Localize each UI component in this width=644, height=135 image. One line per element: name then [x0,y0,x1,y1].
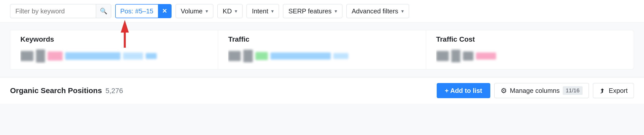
advanced-filters-label: Advanced filters [352,7,398,15]
blur-bar [476,52,496,60]
advanced-filters-dropdown[interactable]: Advanced filters ▾ [346,4,409,18]
traffic-metric-card: Traffic [218,30,426,69]
kd-dropdown[interactable]: KD ▾ [217,4,243,18]
close-icon: ✕ [162,8,167,15]
blur-bar [36,49,45,63]
blur-bar [20,51,33,61]
volume-label: Volume [181,7,203,15]
blur-bar [123,52,143,60]
gear-icon: ⚙ [501,87,507,95]
chevron-down-icon: ▾ [335,8,337,14]
traffic-visual [228,48,416,64]
search-button[interactable]: 🔍 [96,4,111,18]
export-icon: ⮭ [599,87,606,95]
manage-columns-label: Manage columns [510,87,560,95]
search-box: 🔍 [10,4,111,18]
main-container: 🔍 Pos: #5–15 ✕ Volume ▾ KD ▾ Intent ▾ SE… [0,0,644,104]
kd-label: KD [223,7,232,15]
search-input[interactable] [10,7,96,15]
active-filter-label: Pos: #5–15 [116,7,158,15]
intent-dropdown[interactable]: Intent ▾ [247,4,279,18]
blur-bar [333,53,348,59]
chevron-down-icon: ▾ [206,8,208,14]
traffic-cost-title: Traffic Cost [436,35,624,43]
manage-columns-button[interactable]: ⚙ Manage columns 11/16 [494,83,589,98]
add-to-list-button[interactable]: + Add to list [437,83,490,98]
arrow-head [121,20,129,33]
section-title: Organic Search Positions [10,86,102,95]
blur-bar [146,53,157,59]
blur-bar [451,50,460,62]
bottom-right: + Add to list ⚙ Manage columns 11/16 ⮭ E… [437,83,634,98]
active-filter-close-button[interactable]: ✕ [158,5,171,18]
volume-dropdown[interactable]: Volume ▾ [176,4,214,18]
arrow-annotation [121,20,129,48]
keywords-visual [20,48,208,64]
blur-bar [255,52,268,60]
export-label: Export [609,87,628,95]
blur-bar [228,51,241,61]
traffic-title: Traffic [228,35,416,43]
add-to-list-label: + Add to list [445,87,482,95]
traffic-cost-metric-card: Traffic Cost [426,30,634,69]
blur-bar [65,52,120,60]
filter-bar: 🔍 Pos: #5–15 ✕ Volume ▾ KD ▾ Intent ▾ SE… [0,0,644,22]
serp-features-dropdown[interactable]: SERP features ▾ [283,4,342,18]
chevron-down-icon: ▾ [271,8,274,14]
bottom-left: Organic Search Positions 5,276 [10,86,123,95]
search-icon: 🔍 [100,8,107,15]
chevron-down-icon: ▾ [235,8,237,14]
active-filter-tag: Pos: #5–15 ✕ [115,4,172,18]
bottom-bar: Organic Search Positions 5,276 + Add to … [0,77,644,104]
blur-bar [463,51,473,61]
keywords-title: Keywords [20,35,208,43]
manage-columns-count: 11/16 [563,86,583,95]
serp-features-label: SERP features [288,7,332,15]
section-count: 5,276 [105,87,123,95]
arrow-shaft [124,33,126,48]
blur-bar [270,52,331,60]
traffic-cost-visual [436,48,624,64]
blur-bar [436,51,449,61]
metrics-area: Keywords Traffic Traffic Cost [0,22,644,77]
blur-bar [243,50,253,62]
chevron-down-icon: ▾ [401,8,404,14]
blur-bar [48,51,63,61]
export-button[interactable]: ⮭ Export [593,83,634,98]
intent-label: Intent [252,7,268,15]
keywords-metric-card: Keywords [10,30,218,69]
